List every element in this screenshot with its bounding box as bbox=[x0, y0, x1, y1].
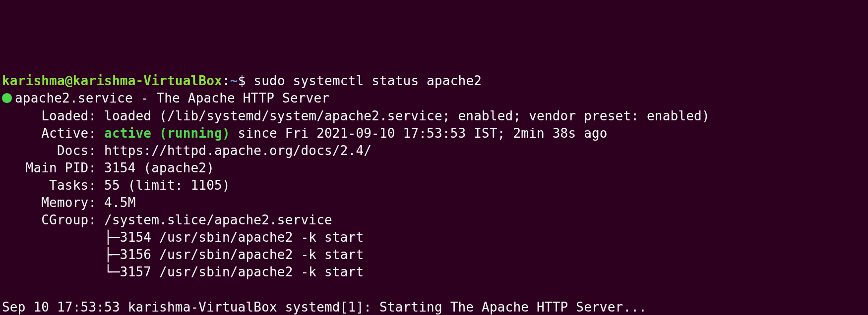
prompt-user: karishma bbox=[2, 73, 65, 88]
cgroup-value: /system.slice/apache2.service bbox=[104, 212, 332, 227]
log-line-1: Sep 10 17:53:53 karishma-VirtualBox syst… bbox=[2, 300, 647, 315]
cgroup-label: CGroup: bbox=[2, 212, 104, 227]
mainpid-value: 3154 (apache2) bbox=[104, 160, 214, 175]
memory-value: 4.5M bbox=[104, 195, 135, 210]
cgroup-line: CGroup: /system.slice/apache2.service bbox=[2, 212, 332, 227]
active-since: since Fri 2021-09-10 17:53:53 IST; 2min … bbox=[230, 126, 608, 141]
cgroup-proc-2: ├─3156 /usr/sbin/apache2 -k start bbox=[2, 247, 364, 262]
tasks-label: Tasks: bbox=[2, 178, 104, 193]
tasks-line: Tasks: 55 (limit: 1105) bbox=[2, 178, 230, 193]
status-dot-icon bbox=[2, 93, 12, 103]
docs-value: https://httpd.apache.org/docs/2.4/ bbox=[104, 143, 372, 158]
prompt-colon: : bbox=[222, 73, 230, 88]
prompt-line: karishma@karishma-VirtualBox:~$ sudo sys… bbox=[2, 73, 482, 88]
prompt-at: @ bbox=[65, 73, 73, 88]
active-state: active (running) bbox=[104, 126, 230, 141]
prompt-path: ~ bbox=[230, 73, 238, 88]
cgroup-proc-1: ├─3154 /usr/sbin/apache2 -k start bbox=[2, 230, 364, 245]
command-text: sudo systemctl status apache2 bbox=[253, 73, 482, 88]
loaded-line: Loaded: loaded (/lib/systemd/system/apac… bbox=[2, 108, 710, 123]
docs-label: Docs: bbox=[2, 143, 104, 158]
active-line: Active: active (running) since Fri 2021-… bbox=[2, 126, 608, 141]
tasks-value: 55 (limit: 1105) bbox=[104, 178, 230, 193]
loaded-value: loaded (/lib/systemd/system/apache2.serv… bbox=[104, 108, 710, 123]
mainpid-line: Main PID: 3154 (apache2) bbox=[2, 160, 214, 175]
memory-label: Memory: bbox=[2, 195, 104, 210]
cgroup-proc-3: └─3157 /usr/sbin/apache2 -k start bbox=[2, 264, 364, 279]
active-label: Active: bbox=[2, 126, 104, 141]
service-dash: - bbox=[133, 91, 157, 105]
prompt-symbol: $ bbox=[238, 73, 246, 88]
loaded-label: Loaded: bbox=[2, 108, 104, 123]
prompt-host: karishma-VirtualBox bbox=[73, 73, 222, 88]
service-header: apache2.service - The Apache HTTP Server bbox=[2, 91, 329, 105]
mainpid-label: Main PID: bbox=[2, 160, 104, 175]
service-desc: The Apache HTTP Server bbox=[156, 91, 329, 105]
terminal-output[interactable]: karishma@karishma-VirtualBox:~$ sudo sys… bbox=[2, 72, 866, 315]
memory-line: Memory: 4.5M bbox=[2, 195, 136, 210]
docs-line: Docs: https://httpd.apache.org/docs/2.4/ bbox=[2, 143, 372, 158]
service-name: apache2.service bbox=[15, 91, 133, 105]
